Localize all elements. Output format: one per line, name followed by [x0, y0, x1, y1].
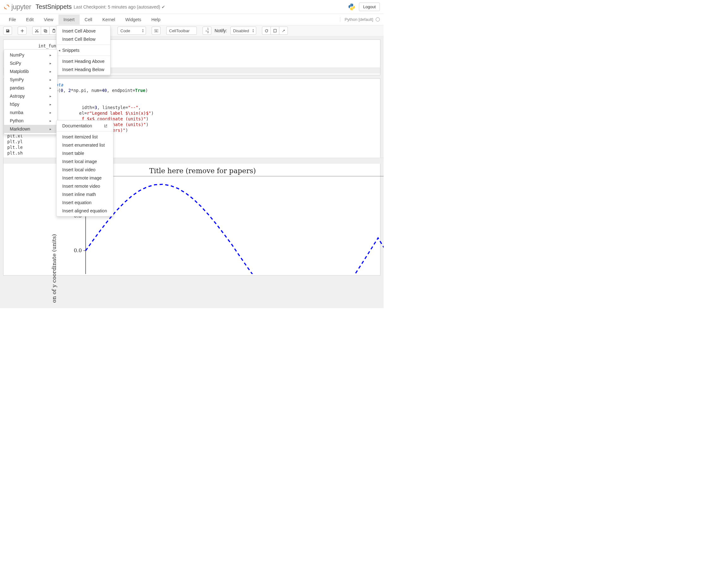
menu-item-label: Insert local image [62, 159, 97, 164]
menu-item-label: SciPy [10, 61, 21, 66]
menu-edit[interactable]: Edit [21, 15, 39, 25]
logout-button[interactable]: Logout [359, 2, 380, 11]
jupyter-icon [4, 4, 9, 10]
menu-help[interactable]: Help [146, 15, 165, 25]
menu-widgets[interactable]: Widgets [120, 15, 146, 25]
menu-item-markdown[interactable]: Markdown▸ [4, 125, 57, 133]
notebook-header: jupyter TestSnippets Last Checkpoint: 5 … [0, 0, 384, 14]
markdown-submenu: DocumentationInsert itemized listInsert … [56, 120, 113, 217]
menu-item-pandas[interactable]: pandas▸ [4, 84, 57, 92]
menu-view[interactable]: View [39, 15, 58, 25]
menu-item-h5py[interactable]: h5py▸ [4, 100, 57, 108]
reload-button[interactable] [262, 27, 271, 35]
jupyter-logo[interactable]: jupyter [4, 3, 31, 11]
svg-rect-7 [53, 29, 54, 29]
menu-insert[interactable]: Insert [58, 15, 80, 25]
command-palette-button[interactable] [152, 27, 160, 35]
menu-item-insert-remote-image[interactable]: Insert remote image [57, 174, 113, 182]
menu-item-label: Insert inline math [62, 192, 96, 197]
svg-rect-8 [154, 29, 158, 32]
menu-item-label: Insert Cell Above [62, 28, 96, 33]
menu-item-scipy[interactable]: SciPy▸ [4, 59, 57, 67]
menu-item-numba[interactable]: numba▸ [4, 108, 57, 117]
svg-rect-13 [155, 31, 157, 31]
menu-item-label: Insert Heading Above [62, 59, 105, 64]
menu-item-label: Insert aligned equation [62, 208, 107, 213]
menu-item-label: Insert Cell Below [62, 37, 96, 42]
menu-item-label: Insert remote image [62, 175, 102, 180]
snippets-submenu: NumPy▸SciPy▸Matplotlib▸SymPy▸pandas▸Astr… [4, 49, 57, 135]
menu-item-label: Astropy [10, 94, 25, 99]
save-button[interactable] [3, 27, 12, 35]
svg-text:0.0: 0.0 [74, 248, 82, 253]
menu-item-insert-inline-math[interactable]: Insert inline math [57, 190, 113, 199]
menu-item-label: Snippets [62, 48, 79, 53]
menu-item-label: SymPy [10, 77, 24, 82]
notebook-name[interactable]: TestSnippets [36, 3, 72, 10]
kernel-name: Python [default] [345, 17, 373, 22]
menu-item-insert-heading-below[interactable]: Insert Heading Below [57, 66, 110, 74]
svg-point-3 [37, 31, 38, 32]
chevron-right-icon: ▸ [50, 70, 52, 74]
svg-rect-10 [155, 30, 155, 30]
svg-rect-11 [156, 30, 156, 30]
y-axis-label: on of y coordinate (units) [51, 234, 57, 303]
menu-item-label: Documentation [62, 123, 92, 128]
insert-cell-button[interactable] [18, 27, 27, 35]
menu-item-label: Markdown [10, 126, 30, 131]
menu-item-matplotlib[interactable]: Matplotlib▸ [4, 67, 57, 76]
menu-item-insert-heading-above[interactable]: Insert Heading Above [57, 57, 110, 66]
menu-item-sympy[interactable]: SymPy▸ [4, 76, 57, 84]
menu-item-insert-aligned-equation[interactable]: Insert aligned equation [57, 207, 113, 215]
svg-rect-9 [155, 30, 155, 30]
chevron-right-icon: ▸ [50, 53, 52, 57]
menu-item-snippets[interactable]: ◂Snippets [57, 46, 110, 54]
chevron-right-icon: ▸ [50, 110, 52, 115]
menubar: FileEditViewInsertCellKernelWidgetsHelpP… [0, 14, 384, 25]
menu-item-python[interactable]: Python▸ [4, 117, 57, 125]
menu-item-label: Insert remote video [62, 184, 100, 189]
menu-item-documentation[interactable]: Documentation [57, 122, 113, 130]
menu-item-insert-cell-above[interactable]: Insert Cell Above [57, 27, 110, 35]
menu-item-insert-enumerated-list[interactable]: Insert enumerated list [57, 141, 113, 149]
chevron-right-icon: ▸ [50, 127, 52, 131]
menu-item-insert-remote-video[interactable]: Insert remote video [57, 182, 113, 190]
menu-item-label: Insert equation [62, 200, 92, 205]
chevron-right-icon: ▸ [50, 86, 52, 90]
menu-item-insert-local-video[interactable]: Insert local video [57, 166, 113, 174]
notify-select[interactable]: Disabled▴▾ [230, 27, 257, 35]
svg-rect-4 [44, 29, 46, 32]
menu-item-label: h5py [10, 102, 19, 107]
celltoolbar-select[interactable]: CellToolbar [166, 27, 197, 35]
menu-file[interactable]: File [4, 15, 21, 25]
menu-item-label: NumPy [10, 52, 24, 57]
menu-cell[interactable]: Cell [80, 15, 97, 25]
chevron-right-icon: ▸ [50, 119, 52, 123]
menu-item-insert-itemized-list[interactable]: Insert itemized list [57, 133, 113, 141]
sort-button[interactable]: ↓19 [203, 27, 211, 35]
menu-item-numpy[interactable]: NumPy▸ [4, 51, 57, 59]
menu-item-insert-cell-below[interactable]: Insert Cell Below [57, 35, 110, 43]
menu-item-label: Insert enumerated list [62, 143, 105, 148]
insert-menu-dropdown: Insert Cell AboveInsert Cell Below◂Snipp… [56, 25, 111, 75]
copy-button[interactable] [41, 27, 50, 35]
menu-item-insert-table[interactable]: Insert table [57, 149, 113, 157]
wrench-button[interactable] [279, 27, 288, 35]
checkpoint-status: Last Checkpoint: 5 minutes ago (autosave… [74, 4, 160, 9]
cell-type-select[interactable]: Code▴▾ [118, 27, 146, 35]
kernel-indicator: Python [default] [340, 17, 380, 22]
chevron-right-icon: ▸ [50, 102, 52, 106]
menu-kernel[interactable]: Kernel [97, 15, 120, 25]
svg-point-2 [35, 31, 36, 32]
menu-item-insert-local-image[interactable]: Insert local image [57, 157, 113, 166]
menu-item-label: Insert itemized list [62, 134, 98, 139]
book-button[interactable] [270, 27, 279, 35]
cut-button[interactable] [32, 27, 41, 35]
menu-item-label: numba [10, 110, 23, 115]
menu-item-label: Insert local video [62, 167, 96, 172]
chevron-right-icon: ▸ [50, 61, 52, 66]
menu-item-astropy[interactable]: Astropy▸ [4, 92, 57, 100]
menu-item-label: pandas [10, 85, 24, 91]
menu-item-insert-equation[interactable]: Insert equation [57, 199, 113, 207]
jupyter-logo-text: jupyter [11, 3, 31, 11]
